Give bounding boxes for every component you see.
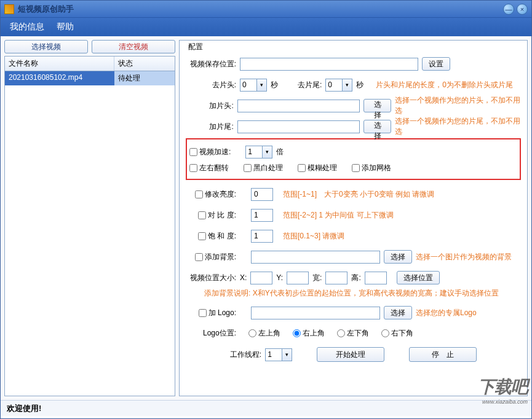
speed-spinner[interactable]: ▾	[245, 146, 272, 159]
bg-hint: 选择一个图片作为视频的背景	[416, 252, 512, 262]
add-tail-choose-button[interactable]: 选择	[363, 120, 391, 133]
threads-label: 工作线程:	[230, 350, 261, 360]
menu-my-info[interactable]: 我的信息	[10, 22, 44, 33]
menu-help[interactable]: 帮助	[57, 22, 74, 33]
logo-checkbox[interactable]: 加 Logo:	[186, 308, 236, 318]
save-path-label: 视频保存位置:	[186, 59, 236, 69]
statusbar: 欢迎使用!	[1, 400, 531, 416]
chevron-down-icon[interactable]: ▾	[282, 349, 292, 361]
contrast-hint: 范围[-2~2] 1 为中间值 可上下微调	[283, 210, 394, 221]
left-panel: 选择视频 清空视频 文件名称 状态 20210316085102.mp4 待处理	[4, 40, 175, 396]
chevron-down-icon[interactable]: ▾	[256, 79, 266, 91]
titlebar: 短视频原创助手 — ×	[1, 1, 531, 18]
radio-top-left[interactable]: 左上角	[248, 328, 280, 339]
add-head-input[interactable]	[237, 100, 360, 112]
brightness-hint: 范围[-1~1] 大于0变亮 小于0变暗 例如 请微调	[283, 189, 434, 200]
saturation-checkbox[interactable]: 饱 和 度:	[186, 231, 236, 241]
chevron-down-icon[interactable]: ▾	[342, 79, 352, 91]
bg-checkbox[interactable]: 添加背景:	[186, 252, 236, 262]
th-filename: 文件名称	[5, 57, 114, 71]
logo-hint: 选择您的专属Logo	[416, 308, 477, 318]
pos-label: 视频位置大小:	[186, 273, 236, 283]
radio-top-right[interactable]: 右上角	[293, 328, 325, 339]
pos-y-input[interactable]	[287, 272, 309, 284]
menubar: 我的信息 帮助	[1, 18, 531, 36]
cut-tail-label: 去片尾:	[298, 80, 322, 90]
logo-pos-label: Logo位置:	[186, 328, 236, 339]
brightness-input[interactable]	[251, 188, 273, 201]
brightness-checkbox[interactable]: 修改亮度:	[186, 189, 236, 200]
logo-input[interactable]	[251, 307, 380, 319]
select-video-button[interactable]: 选择视频	[4, 40, 88, 53]
radio-bottom-right[interactable]: 右下角	[381, 328, 413, 339]
chevron-down-icon[interactable]: ▾	[262, 146, 272, 158]
add-head-label: 加片头:	[186, 101, 234, 111]
add-head-choose-button[interactable]: 选择	[363, 99, 391, 112]
table-body: 20210316085102.mp4 待处理	[4, 71, 175, 396]
add-tail-label: 加片尾:	[186, 122, 234, 132]
radio-bottom-left[interactable]: 左下角	[337, 328, 369, 339]
th-status: 状态	[114, 57, 175, 71]
cut-tail-spinner[interactable]: ▾	[325, 79, 352, 92]
table-row[interactable]: 20210316085102.mp4 待处理	[5, 71, 175, 85]
choose-position-button[interactable]: 选择位置	[397, 271, 440, 284]
close-button[interactable]: ×	[517, 4, 528, 15]
config-legend: 配置	[186, 42, 205, 51]
contrast-input[interactable]	[251, 209, 273, 222]
threads-spinner[interactable]: ▾	[265, 348, 292, 361]
saturation-input[interactable]	[251, 230, 273, 243]
bw-checkbox[interactable]: 黑白处理	[244, 163, 283, 173]
app-icon	[4, 4, 14, 14]
watermark: 下载吧 www.xiazaiba.com	[478, 375, 528, 405]
saturation-hint: 范围[0.1~3] 请微调	[283, 231, 344, 241]
save-path-input[interactable]	[240, 58, 418, 71]
logo-choose-button[interactable]: 选择	[384, 306, 412, 319]
bg-choose-button[interactable]: 选择	[384, 250, 412, 264]
window-title: 短视频原创助手	[18, 4, 503, 15]
pos-w-input[interactable]	[325, 272, 347, 284]
pos-x-input[interactable]	[250, 272, 272, 284]
cell-status: 待处理	[114, 71, 175, 85]
bg-input[interactable]	[251, 251, 380, 264]
flip-checkbox[interactable]: 左右翻转	[189, 163, 229, 173]
cut-head-spinner[interactable]: ▾	[240, 79, 267, 92]
contrast-checkbox[interactable]: 对 比 度:	[186, 210, 236, 221]
config-panel: 配置 视频保存位置: 设置 去片头: ▾ 秒 去片尾: ▾ 秒 片头和片尾的长度…	[179, 40, 528, 396]
pos-hint: 添加背景说明: X和Y代表初步位置的起始位置，宽和高代表视频的宽高；建议手动选择…	[204, 288, 521, 299]
status-text: 欢迎使用!	[7, 403, 41, 414]
minimize-button[interactable]: —	[503, 4, 514, 15]
table-header: 文件名称 状态	[4, 56, 175, 71]
add-tail-hint: 选择一个视频作为您的片尾，不加不用选	[395, 116, 521, 137]
add-tail-input[interactable]	[237, 120, 360, 133]
set-path-button[interactable]: 设置	[422, 57, 450, 71]
pos-h-input[interactable]	[365, 272, 387, 284]
speed-checkbox[interactable]: 视频加速:	[189, 147, 231, 157]
stop-button[interactable]: 停 止	[409, 347, 477, 362]
start-button[interactable]: 开始处理	[317, 347, 384, 362]
highlighted-group: 视频加速: ▾ 倍 左右翻转 黑白处理 模糊处理 添加网格	[186, 138, 521, 180]
grid-checkbox[interactable]: 添加网格	[352, 163, 391, 173]
blur-checkbox[interactable]: 模糊处理	[298, 163, 337, 173]
cell-filename: 20210316085102.mp4	[5, 71, 114, 85]
clear-video-button[interactable]: 清空视频	[92, 40, 175, 53]
cut-head-label: 去片头:	[186, 80, 236, 90]
cut-hint: 片头和片尾的长度，0为不删除片头或片尾	[376, 80, 513, 90]
add-head-hint: 选择一个视频作为您的片头，不加不用选	[395, 95, 521, 116]
